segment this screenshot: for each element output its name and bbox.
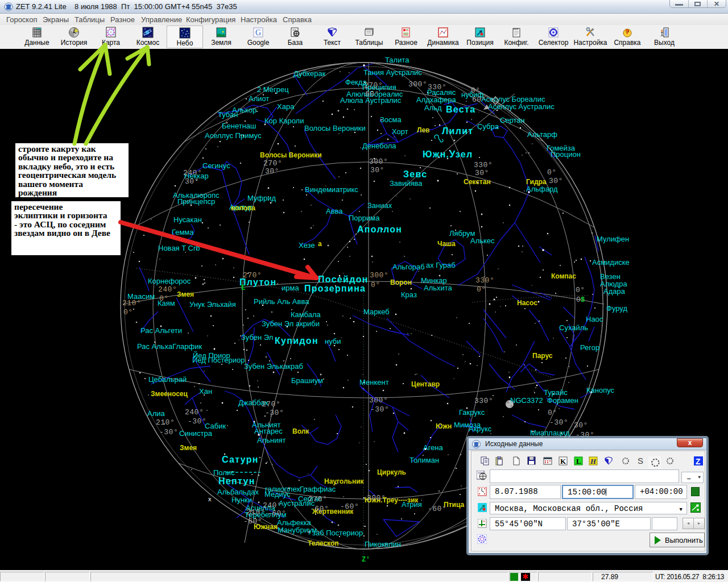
- svg-text:Завийява: Завийява: [390, 179, 423, 188]
- svg-text:Альбальдах: Альбальдах: [217, 488, 259, 496]
- svg-text:330°: 330°: [475, 276, 494, 285]
- svg-text:Зубен Эл акриби: Зубен Эл акриби: [262, 319, 320, 328]
- svg-text:G: G: [255, 28, 261, 37]
- svg-text:0°: 0°: [548, 409, 557, 417]
- svg-text:ирма: ирма: [282, 284, 299, 292]
- svg-text:Заниах: Заниах: [367, 201, 392, 210]
- svg-text:-60°: -60°: [310, 505, 329, 513]
- svg-text:240°: 240°: [263, 501, 282, 510]
- svg-text:210°: 210°: [246, 508, 265, 517]
- svg-text:нуби: нуби: [325, 337, 341, 346]
- svg-text:Альтарф: Альтарф: [527, 130, 557, 139]
- svg-text:Волк: Волк: [292, 427, 309, 435]
- svg-text:330°: 330°: [474, 161, 493, 169]
- svg-text:Тания Аустралис: Тания Аустралис: [363, 68, 422, 77]
- svg-text:Сухайль: Сухайль: [559, 323, 588, 332]
- svg-text:Сертан: Сертан: [500, 116, 525, 124]
- svg-text:Хара: Хара: [277, 102, 295, 111]
- svg-text:Телескоп: Телескоп: [308, 539, 339, 547]
- svg-text:-60°: -60°: [267, 509, 286, 518]
- svg-text:270°: 270°: [263, 159, 282, 168]
- svg-text:30°: 30°: [549, 177, 563, 185]
- svg-text:заб Постериор: заб Постериор: [312, 529, 363, 537]
- svg-text:Нунки: Нунки: [231, 496, 252, 504]
- svg-text:Цебальрай: Цебальрай: [148, 375, 187, 384]
- svg-text:Посейдон: Посейдон: [318, 275, 369, 284]
- svg-text:Авва: Авва: [326, 207, 343, 215]
- svg-text:-30°: -30°: [265, 409, 284, 417]
- svg-text:Маркеб: Маркеб: [363, 307, 390, 316]
- svg-text:Форамен: Форамен: [547, 396, 578, 405]
- svg-text:Ворон: Ворон: [390, 278, 412, 286]
- svg-text:Асмидиске: Асмидиске: [592, 258, 630, 267]
- svg-text:Нусакан: Нусакан: [173, 215, 202, 224]
- svg-text:x: x: [208, 496, 212, 502]
- svg-text:NGC3372: NGC3372: [510, 396, 543, 405]
- svg-text:Муфрид: Муфрид: [247, 194, 276, 202]
- svg-text:Альфард: Альфард: [526, 185, 558, 193]
- svg-text:Хан: Хан: [199, 387, 212, 396]
- svg-text:Гидра: Гидра: [526, 178, 547, 186]
- svg-text:Змея: Змея: [177, 290, 194, 298]
- svg-text:Рас АльхаГларфик: Рас АльхаГларфик: [137, 342, 202, 351]
- svg-text:Антарес: Антарес: [254, 427, 283, 435]
- svg-text:-60°: -60°: [428, 505, 446, 513]
- svg-text:-60°: -60°: [243, 517, 262, 526]
- svg-text:30°: 30°: [185, 177, 199, 186]
- svg-text:Аполлон: Аполлон: [357, 225, 402, 234]
- svg-text:Талита: Талита: [385, 56, 410, 64]
- svg-text:Гакрукс: Гакрукс: [459, 408, 485, 417]
- svg-text:330°: 330°: [474, 397, 493, 405]
- svg-text:Альхита: Альхита: [424, 284, 453, 292]
- svg-text:S: S: [581, 296, 585, 304]
- svg-text:Корнефорос: Корнефорос: [148, 277, 191, 285]
- svg-text:Купидон: Купидон: [275, 336, 318, 346]
- svg-text:Канопус: Канопус: [586, 386, 615, 394]
- svg-text:Денебола: Денебола: [362, 142, 396, 150]
- svg-text:Чаша: Чаша: [437, 240, 456, 248]
- svg-text:Пикоквлин: Пикоквлин: [365, 540, 401, 548]
- svg-text:Альд: Альд: [424, 103, 442, 112]
- svg-text:0°: 0°: [477, 285, 486, 294]
- svg-text:Хезе: Хезе: [299, 241, 315, 250]
- svg-text:30°: 30°: [475, 169, 489, 177]
- svg-text:Альният: Альният: [257, 436, 286, 444]
- svg-text:0°: 0°: [576, 286, 585, 294]
- svg-text:Волосы Вероники: Волосы Вероники: [260, 151, 322, 159]
- svg-text:ах Гураб: ах Гураб: [426, 261, 456, 269]
- svg-text:60°: 60°: [365, 90, 379, 98]
- svg-text:Наугольник: Наугольник: [324, 477, 365, 485]
- svg-text:Кор Кароли: Кор Кароли: [264, 117, 304, 125]
- svg-text:60°: 60°: [472, 95, 486, 104]
- svg-text:Адара: Адара: [603, 287, 626, 296]
- svg-text:Циркуль: Циркуль: [377, 468, 406, 476]
- svg-text:0°: 0°: [547, 168, 557, 177]
- svg-text:0°: 0°: [371, 281, 380, 289]
- svg-text:Алиот: Алиот: [249, 94, 269, 103]
- svg-text:Агена: Агена: [423, 443, 444, 452]
- svg-text:Камбала: Камбала: [291, 310, 321, 319]
- svg-text:Алькес: Алькес: [470, 236, 495, 245]
- svg-text:Новая T Crb: Новая T Crb: [158, 244, 200, 252]
- svg-text:Змееносец: Змееносец: [151, 390, 188, 398]
- svg-text:Регор: Регор: [580, 343, 599, 352]
- svg-text:Поррима: Поррима: [349, 214, 380, 222]
- svg-text:-30°: -30°: [188, 417, 206, 426]
- svg-text:Рийль Аль Авва: Рийль Аль Авва: [254, 297, 309, 306]
- svg-text:Синистра: Синистра: [179, 429, 213, 438]
- svg-text:Сатурн: Сатурн: [222, 455, 259, 464]
- svg-text:Акрукс: Акрукс: [469, 425, 492, 433]
- svg-text:Сегинус: Сегинус: [202, 161, 230, 170]
- svg-text:Центавр: Центавр: [411, 380, 440, 388]
- svg-text:300°: 300°: [408, 80, 427, 89]
- svg-text:Хорт: Хорт: [392, 127, 408, 136]
- svg-text:Виндемиатрикс: Виндемиатрикс: [305, 185, 358, 194]
- svg-text:Мулифен: Мулифен: [597, 235, 629, 243]
- svg-text:Краз: Краз: [401, 290, 417, 299]
- svg-text:Z': Z': [362, 556, 370, 564]
- svg-text:Граффиас: Граффиас: [300, 485, 336, 493]
- svg-text:Тубан: Тубан: [218, 110, 238, 119]
- svg-text:Волосы Вероники: Волосы Вероники: [304, 124, 366, 132]
- svg-text:-30°: -30°: [370, 405, 389, 414]
- svg-text:Фуруд: Фуруд: [606, 304, 627, 313]
